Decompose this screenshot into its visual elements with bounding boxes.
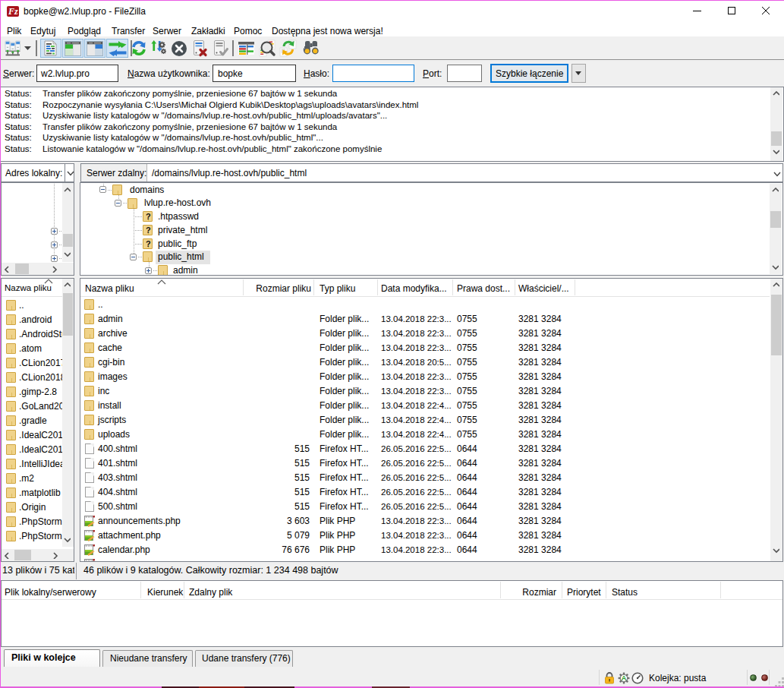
svg-text:A: A xyxy=(622,674,627,682)
